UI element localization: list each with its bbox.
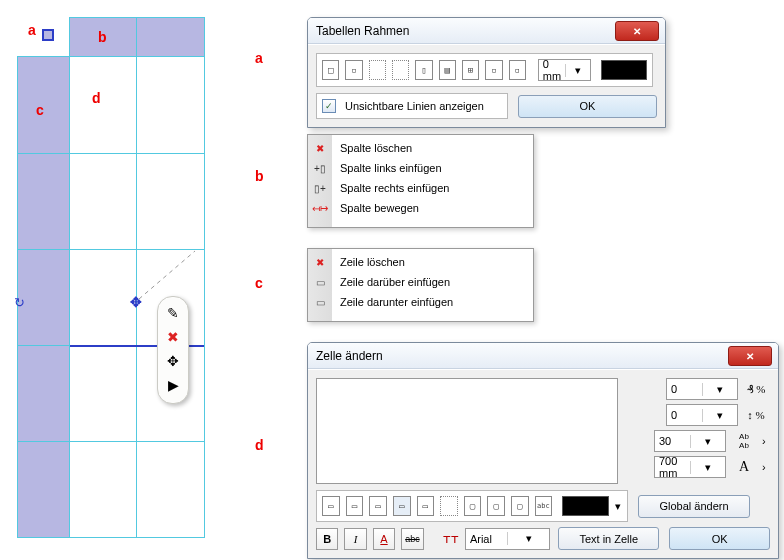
close-button[interactable]: ✕	[615, 21, 659, 41]
menu-item-icon: ▭	[308, 277, 332, 288]
section-label-a: a	[255, 50, 263, 66]
border-width-combo[interactable]: 0 mm▾	[538, 59, 591, 81]
table-first-col	[17, 56, 71, 538]
context-menu-item[interactable]: ✖Zeile löschen	[308, 252, 533, 272]
cell-text-input[interactable]	[316, 378, 618, 484]
color-swatch[interactable]	[562, 496, 609, 516]
menu-item-icon: ▯+	[308, 183, 332, 194]
menu-item-icon: ↤↦	[308, 203, 332, 214]
floating-toolbar[interactable]: ✎ ✖ ✥ ▶	[157, 296, 189, 404]
font-combo[interactable]: Arial▾	[465, 528, 550, 550]
global-change-button[interactable]: Global ändern	[638, 495, 750, 518]
section-label-b: b	[255, 168, 264, 184]
unit-label: ₰ %	[742, 383, 770, 396]
menu-item-icon: +▯	[308, 163, 332, 174]
context-menu-item[interactable]: ↤↦Spalte bewegen	[308, 198, 533, 218]
chevron-right-icon[interactable]: ›	[762, 461, 770, 473]
height-combo[interactable]: 0▾	[666, 378, 738, 400]
cell-style-button[interactable]: ▭	[417, 496, 435, 516]
border-style-button[interactable]: ⊞	[462, 60, 479, 80]
border-style-button[interactable]: ▫	[485, 60, 502, 80]
rotate-handle-icon[interactable]: ↻	[14, 295, 25, 310]
cell-style-button[interactable]: ▭	[369, 496, 387, 516]
section-label-c: c	[255, 275, 263, 291]
menu-item-label: Zeile löschen	[332, 256, 405, 268]
abc-button[interactable]: abc	[535, 496, 553, 516]
chevron-down-icon[interactable]: ▾	[613, 500, 622, 513]
section-label-d: d	[255, 437, 264, 453]
menu-item-label: Spalte löschen	[332, 142, 412, 154]
strikethrough-button[interactable]: abc	[401, 528, 423, 550]
diagram-label-c: c	[36, 102, 44, 118]
delete-icon[interactable]: ✖	[161, 326, 185, 348]
svg-line-0	[139, 251, 195, 299]
dialog-a-title: Tabellen Rahmen	[316, 24, 409, 38]
column-context-menu: ✖Spalte löschen+▯Spalte links einfügen▯+…	[307, 134, 534, 228]
ok-button[interactable]: OK	[669, 527, 770, 550]
border-style-button[interactable]	[369, 60, 386, 80]
context-menu-item[interactable]: +▯Spalte links einfügen	[308, 158, 533, 178]
dialog-d-title: Zelle ändern	[316, 349, 383, 363]
bold-button[interactable]: B	[316, 528, 338, 550]
context-menu-item[interactable]: ▯+Spalte rechts einfügen	[308, 178, 533, 198]
pencil-icon[interactable]: ✎	[161, 302, 185, 324]
cell-style-button[interactable]: ▭	[346, 496, 364, 516]
size-combo[interactable]: 700 mm▾	[654, 456, 726, 478]
unit-label: ↕ %	[742, 409, 770, 421]
menu-item-icon: ▭	[308, 297, 332, 308]
selection-marker	[42, 29, 54, 41]
border-style-button[interactable]: ▯	[415, 60, 432, 80]
ab-icon: AbAb	[730, 432, 758, 450]
menu-item-icon: ✖	[308, 143, 332, 154]
move-icon[interactable]: ✥	[161, 350, 185, 372]
menu-item-label: Spalte bewegen	[332, 202, 419, 214]
border-style-button[interactable]: ▤	[439, 60, 456, 80]
border-style-button[interactable]: □	[322, 60, 339, 80]
diagram-label-a: a	[28, 22, 36, 38]
cell-edit-dialog: Zelle ändern ✕ 0▾ ₰ % 0▾ ↕ % 30▾ AbAb ›	[307, 342, 779, 559]
invisible-lines-checkbox[interactable]: ✓	[322, 99, 336, 113]
ok-button[interactable]: OK	[518, 95, 657, 118]
cell-style-button[interactable]: ▢	[464, 496, 482, 516]
font-color-button[interactable]: A	[373, 528, 395, 550]
menu-item-icon: ✖	[308, 257, 332, 268]
menu-item-label: Spalte links einfügen	[332, 162, 442, 174]
border-style-button[interactable]: ▫	[509, 60, 526, 80]
context-menu-item[interactable]: ▭Zeile darunter einfügen	[308, 292, 533, 312]
arrow-right-icon[interactable]: ▶	[161, 374, 185, 396]
border-color-swatch[interactable]	[601, 60, 647, 80]
diagram-label-d: d	[92, 90, 101, 106]
context-menu-item[interactable]: ▭Zeile darüber einfügen	[308, 272, 533, 292]
italic-button[interactable]: I	[344, 528, 366, 550]
font-icon: ᴛᴛ	[443, 531, 459, 547]
width-combo[interactable]: 0▾	[666, 404, 738, 426]
menu-item-label: Zeile darunter einfügen	[332, 296, 453, 308]
row-context-menu: ✖Zeile löschen▭Zeile darüber einfügen▭Ze…	[307, 248, 534, 322]
text-in-cell-button[interactable]: Text in Zelle	[558, 527, 659, 550]
menu-item-label: Spalte rechts einfügen	[332, 182, 449, 194]
cell-style-button[interactable]	[440, 496, 458, 516]
border-style-button[interactable]: ▫	[345, 60, 362, 80]
table-frame-dialog: Tabellen Rahmen ✕ □ ▫ ▯ ▤ ⊞ ▫ ▫ 0 mm▾ ✓ …	[307, 17, 666, 128]
value-combo[interactable]: 30▾	[654, 430, 726, 452]
border-style-button[interactable]	[392, 60, 409, 80]
chevron-right-icon[interactable]: ›	[762, 435, 770, 447]
cell-style-button[interactable]: ▭	[393, 496, 411, 516]
close-button[interactable]: ✕	[728, 346, 772, 366]
cell-style-button[interactable]: ▢	[511, 496, 529, 516]
diagram-label-b: b	[98, 29, 107, 45]
font-size-icon: A	[730, 459, 758, 475]
menu-item-label: Zeile darüber einfügen	[332, 276, 450, 288]
context-menu-item[interactable]: ✖Spalte löschen	[308, 138, 533, 158]
cell-style-button[interactable]: ▢	[487, 496, 505, 516]
cell-style-button[interactable]: ▭	[322, 496, 340, 516]
invisible-lines-label: Unsichtbare Linien anzeigen	[345, 100, 484, 112]
table-header-row	[69, 17, 205, 58]
